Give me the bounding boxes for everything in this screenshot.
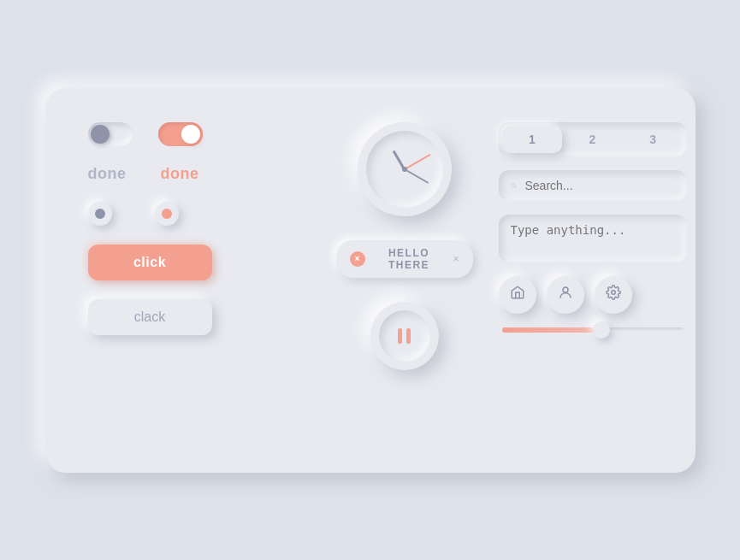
toggle-on-knob — [181, 125, 200, 144]
pause-bar-left — [398, 328, 402, 344]
slider-fill — [502, 327, 602, 333]
click-button[interactable]: click — [88, 245, 212, 280]
pause-icon — [398, 328, 411, 344]
done-row: done done — [88, 165, 311, 183]
toggle-off[interactable] — [88, 122, 133, 146]
user-button[interactable] — [547, 276, 584, 314]
svg-point-2 — [563, 287, 568, 292]
clock-face — [366, 131, 443, 208]
search-input[interactable] — [525, 179, 675, 192]
clock-second-hand — [404, 153, 430, 169]
radio-row — [88, 202, 311, 226]
radio-dot-dark — [95, 209, 105, 219]
clock-minute-hand — [404, 168, 429, 184]
clack-button[interactable]: clack — [88, 299, 212, 335]
badge: × HELLO THERE × — [336, 240, 473, 278]
badge-x-icon: × — [355, 254, 360, 263]
left-column: done done click clack — [88, 122, 311, 439]
done-label-gray: done — [88, 165, 127, 183]
play-inner — [379, 310, 430, 362]
badge-close-icon[interactable]: × — [453, 253, 459, 265]
toggle-off-wrap — [88, 122, 133, 146]
svg-point-3 — [611, 291, 615, 295]
svg-line-1 — [514, 186, 516, 188]
toggle-on[interactable] — [158, 122, 203, 146]
toggle-row — [88, 122, 311, 146]
clock-center-dot — [402, 167, 407, 172]
seg-item-2[interactable]: 2 — [562, 126, 623, 153]
user-icon — [558, 285, 573, 304]
segmented-control: 1 2 3 — [499, 122, 687, 156]
type-input[interactable] — [511, 223, 675, 251]
home-icon — [510, 285, 525, 304]
textarea-wrap — [499, 215, 687, 262]
done-label-pink: done — [161, 165, 199, 183]
slider-track[interactable] — [502, 327, 684, 333]
seg-item-3[interactable]: 3 — [623, 126, 684, 153]
seg-item-1[interactable]: 1 — [502, 126, 563, 153]
radio-dot-pink — [162, 209, 172, 219]
play-pause-button[interactable] — [370, 302, 439, 370]
icon-btn-row — [499, 276, 687, 314]
radio-btn-dark[interactable] — [88, 202, 112, 226]
badge-x-button[interactable]: × — [350, 251, 365, 267]
gear-icon — [606, 285, 621, 304]
middle-column: × HELLO THERE × — [336, 122, 473, 439]
toggle-off-knob — [91, 125, 110, 144]
home-button[interactable] — [499, 276, 536, 314]
main-card: done done click clack — [45, 88, 696, 473]
settings-button[interactable] — [595, 276, 632, 314]
right-column: 1 2 3 — [499, 122, 687, 439]
badge-text: HELLO THERE — [372, 247, 447, 271]
toggle-on-wrap — [158, 122, 203, 146]
search-field — [499, 170, 687, 201]
search-icon — [511, 179, 517, 192]
clock — [358, 122, 452, 216]
pause-bar-right — [406, 328, 411, 344]
slider-wrap — [499, 327, 687, 333]
slider-thumb[interactable] — [593, 321, 610, 339]
radio-btn-pink[interactable] — [155, 202, 179, 226]
